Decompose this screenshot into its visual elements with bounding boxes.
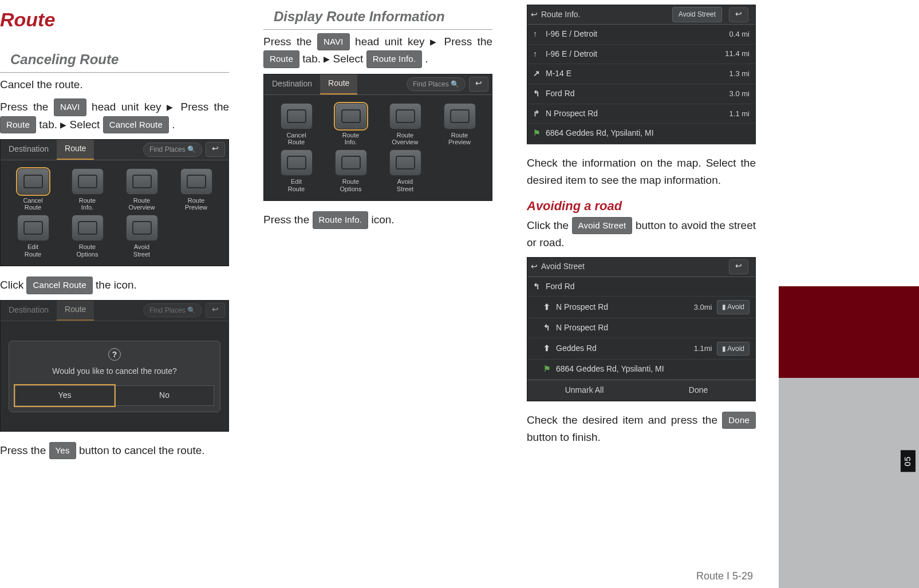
icon-label: RoutePreview	[434, 132, 485, 146]
chip-cancel-route: Cancel Route	[26, 277, 92, 294]
distance: 1.3 mi	[729, 68, 750, 80]
screenshot-route-grid-info: Destination Route Find Places 🔍 ↩ Cancel…	[263, 74, 492, 202]
chip-yes: Yes	[49, 442, 76, 459]
icon-avoid-street[interactable]: AvoidStreet	[380, 149, 431, 192]
chip-route-info: Route Info.	[313, 211, 369, 228]
back-button: ↩	[206, 303, 225, 318]
chip-navi: NAVI	[54, 98, 86, 116]
dialog-no-button[interactable]: No	[115, 385, 214, 406]
triangle-icon: ▶	[60, 120, 66, 129]
text-check-map: Check the information on the map. Select…	[527, 155, 756, 188]
search-find-places: Find Places 🔍	[143, 303, 202, 318]
chip-done: Done	[722, 412, 756, 429]
avoid-row[interactable]: ↰Ford Rd	[527, 277, 755, 297]
back-button[interactable]: ↩	[729, 7, 748, 22]
turn-arrow-icon: ⚑	[543, 363, 556, 376]
chip-route: Route	[263, 50, 299, 68]
road-name: M-14 E	[546, 68, 729, 80]
icon-edit-route[interactable]: EditRoute	[271, 149, 322, 192]
distance: 0.4 mi	[729, 29, 750, 40]
road-name: N Prospect Rd	[556, 301, 694, 314]
chip-avoid-street[interactable]: Avoid Street	[672, 7, 722, 22]
icon-label: RoutePreview	[171, 197, 222, 211]
road-name: Ford Rd	[546, 281, 750, 293]
icon-route-options[interactable]: RouteOptions	[325, 149, 376, 192]
dialog-yes-button[interactable]: Yes	[15, 385, 115, 406]
t: .	[172, 119, 175, 131]
icon-route-preview[interactable]: RoutePreview	[171, 168, 222, 211]
tab-destination: Destination	[1, 301, 57, 320]
route-info-row[interactable]: ↱N Prospect Rd1.1 mi	[527, 104, 755, 124]
icon-route-preview[interactable]: RoutePreview	[434, 103, 485, 146]
chip-route-info: Route Info.	[366, 50, 423, 68]
screenshot-avoid-street-list: ↩ Avoid Street ↩ ↰Ford Rd⬆N Prospect Rd3…	[527, 257, 756, 401]
icon-route-info[interactable]: RouteInfo.	[62, 168, 113, 211]
icon-route-info[interactable]: RouteInfo.	[325, 103, 376, 146]
text-press-yes: Press the Yes button to cancel the route…	[0, 442, 229, 459]
icon-label: CancelRoute	[271, 132, 322, 146]
tab-route[interactable]: Route	[320, 74, 357, 94]
road-name: N Prospect Rd	[556, 322, 750, 334]
route-info-row[interactable]: ↑I-96 E / Detroit11.4 mi	[527, 45, 755, 65]
tab-route[interactable]: Route	[57, 139, 94, 160]
avoid-toggle[interactable]: ▮ Avoid	[717, 300, 750, 314]
t: Select	[70, 119, 103, 131]
icon-route-overview[interactable]: RouteOverview	[116, 168, 167, 211]
search-find-places[interactable]: Find Places 🔍	[407, 77, 466, 92]
route-info-row[interactable]: ↗M-14 E1.3 mi	[527, 64, 755, 84]
chip-cancel-route: Cancel Route	[103, 116, 169, 133]
t: Select	[333, 53, 366, 65]
chip-navi: NAVI	[317, 33, 350, 50]
tab-destination[interactable]: Destination	[1, 140, 57, 159]
avoid-row[interactable]: ↰N Prospect Rd	[527, 318, 755, 338]
tab-destination[interactable]: Destination	[264, 74, 320, 94]
road-name: 6864 Geddes Rd, Ypsilanti, MI	[556, 363, 750, 376]
avoid-row[interactable]: ⬆N Prospect Rd3.0mi▮ Avoid	[527, 297, 755, 318]
search-find-places[interactable]: Find Places 🔍	[143, 143, 202, 157]
t: tab.	[39, 119, 60, 131]
turn-arrow-icon: ↰	[533, 281, 546, 293]
avoid-row[interactable]: ⚑6864 Geddes Rd, Ypsilanti, MI	[527, 360, 755, 380]
icon-avoid-street[interactable]: AvoidStreet	[116, 215, 167, 258]
screenshot-route-grid-cancel: Destination Route Find Places 🔍 ↩ Cancel…	[0, 139, 229, 267]
done-button[interactable]: Done	[641, 380, 755, 401]
screenshot-cancel-dialog: Destination Route Find Places 🔍 ↩ ? Woul…	[0, 300, 229, 432]
route-info-row[interactable]: ⚑6864 Geddes Rd, Ypsilanti, MI	[527, 124, 755, 144]
t: Click	[0, 279, 26, 291]
back-icon[interactable]: ↩	[531, 261, 538, 273]
question-icon: ?	[108, 348, 121, 361]
icon-cancel-route[interactable]: CancelRoute	[271, 103, 322, 146]
road-name: Geddes Rd	[556, 342, 694, 355]
search-label: Find Places	[413, 80, 449, 88]
turn-arrow-icon: ⚑	[533, 127, 546, 140]
text-click-cancel: Click Cancel Route the icon.	[0, 277, 229, 294]
icon-route-options[interactable]: RouteOptions	[62, 215, 113, 258]
heading-display-route-info: Display Route Information	[263, 5, 492, 30]
t: button to cancel the route.	[79, 444, 205, 456]
icon-cancel-route[interactable]: CancelRoute	[7, 168, 58, 211]
distance: 3.0mi	[694, 302, 712, 313]
back-button[interactable]: ↩	[469, 77, 488, 92]
back-button[interactable]: ↩	[206, 142, 225, 157]
turn-arrow-icon: ↰	[533, 88, 546, 100]
t: Press the	[0, 444, 49, 456]
unmark-all-button[interactable]: Unmark All	[527, 380, 641, 401]
icon-label: EditRoute	[7, 243, 58, 258]
title-avoid-street: Avoid Street	[541, 261, 585, 273]
turn-arrow-icon: ↗	[533, 68, 546, 80]
route-info-row[interactable]: ↰Ford Rd3.0 mi	[527, 84, 755, 104]
t: button to finish.	[527, 431, 601, 443]
icon-route-overview[interactable]: RouteOverview	[380, 103, 431, 146]
icon-edit-route[interactable]: EditRoute	[7, 215, 58, 258]
chip-avoid-street: Avoid Street	[572, 217, 633, 234]
back-icon[interactable]: ↩	[531, 9, 538, 21]
avoid-toggle[interactable]: ▮ Avoid	[717, 342, 750, 356]
heading-canceling-route: Canceling Route	[0, 48, 229, 73]
avoid-row[interactable]: ⬆Geddes Rd1.1mi▮ Avoid	[527, 338, 755, 360]
route-info-row[interactable]: ↑I-96 E / Detroit0.4 mi	[527, 25, 755, 45]
t: .	[425, 53, 428, 65]
screenshot-route-info-list: ↩ Route Info. Avoid Street ↩ ↑I-96 E / D…	[527, 5, 756, 144]
t: Check the desired item and press the	[527, 414, 722, 426]
distance: 11.4 mi	[725, 48, 750, 60]
back-button[interactable]: ↩	[729, 259, 748, 274]
